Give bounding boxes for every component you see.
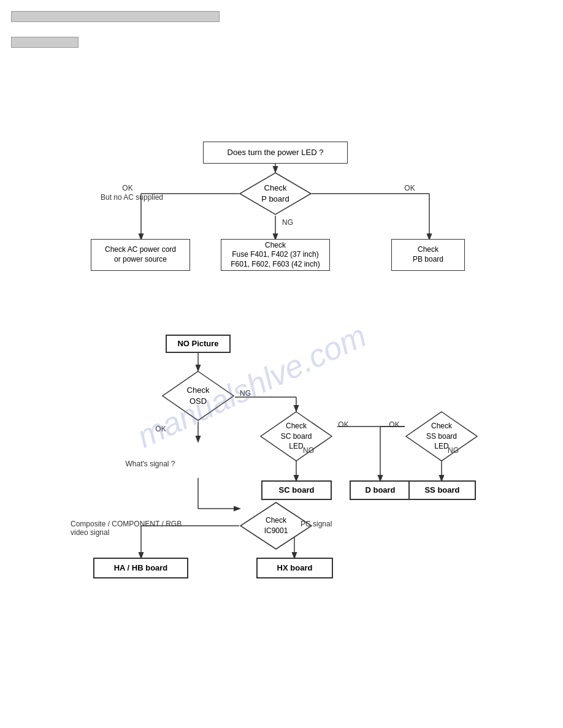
watermark: manualshlve.com [98,294,405,478]
ok-left-label: OK [109,184,146,192]
check-p-board-diamond: Check P board [239,172,312,216]
signal-label: What's signal ? [110,460,190,468]
no-ac-label: But no AC supplied [95,193,169,202]
check-fuse-box: Check Fuse F401, F402 (37 inch) F601, F6… [221,239,330,271]
check-ac-power-box: Check AC power cord or power source [91,239,190,271]
d-board-box: D board [350,480,411,500]
hx-board-box: HX board [256,558,333,578]
page: Does turn the power LED ? Check P board … [0,0,563,728]
ok-osd-label: OK [151,425,170,433]
check-pb-board-box: Check PB board [391,239,465,271]
no-picture-box: NO Picture [166,335,231,353]
ha-hb-board-box: HA / HB board [93,558,188,578]
ok-ss-label: OK [385,420,404,429]
check-ss-board-diamond: Check SS board LED [405,411,478,462]
check-osd-diamond: Check OSD [161,370,235,422]
ok-sc-label: OK [334,420,353,429]
ss-board-box: SS board [408,480,476,500]
sc-board-box: SC board [261,480,332,500]
pc-signal-label: PC signal [301,520,362,528]
power-led-question-box: Does turn the power LED ? [203,142,348,164]
ok-right-label: OK [397,184,422,192]
header-bar-top [11,11,220,22]
ng-osd-label: NG [236,389,255,398]
header-bar-small [11,37,79,48]
composite-label: Composite / COMPONENT / RGB video signal [71,520,190,537]
flowchart-lines [0,0,563,728]
check-sc-board-diamond: Check SC board LED [259,411,333,462]
ng-label-1: NG [278,218,297,227]
